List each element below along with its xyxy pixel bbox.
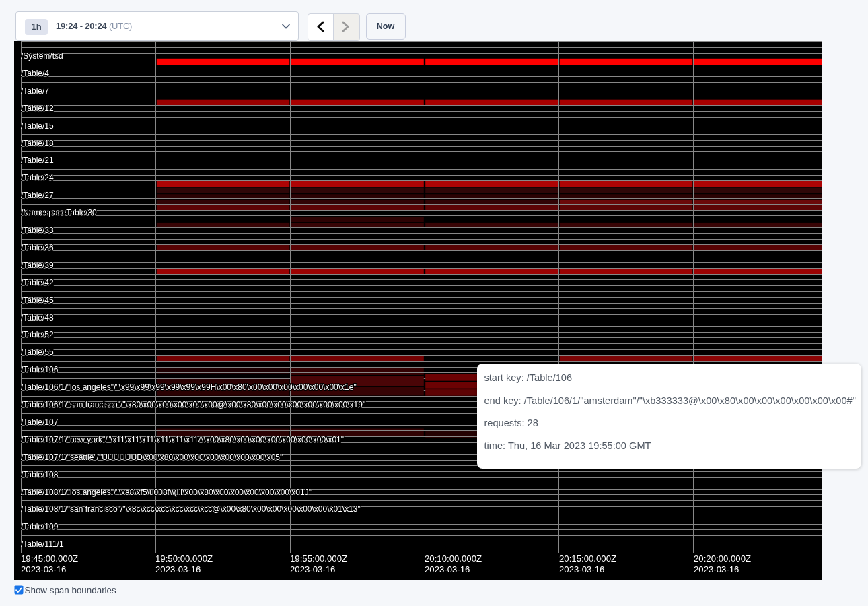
svg-text:/Table/109: /Table/109 xyxy=(21,522,59,531)
svg-text:19:55:00.000Z: 19:55:00.000Z xyxy=(290,553,347,564)
svg-text:/Table/111/1: /Table/111/1 xyxy=(21,539,64,549)
svg-text:/Table/55: /Table/55 xyxy=(21,347,54,357)
svg-text:/Table/107/1/"new york"/"\x11\: /Table/107/1/"new york"/"\x11\x11\x11\x1… xyxy=(21,435,344,444)
svg-text:/Table/36: /Table/36 xyxy=(21,243,54,252)
svg-text:2023-03-16: 2023-03-16 xyxy=(694,564,739,574)
svg-text:/Table/108/1/"los angeles"/"\x: /Table/108/1/"los angeles"/"\xa8\xf5\u00… xyxy=(21,487,312,497)
svg-text:2023-03-16: 2023-03-16 xyxy=(559,564,604,574)
svg-text:/Table/12: /Table/12 xyxy=(21,104,54,113)
svg-text:/Table/45: /Table/45 xyxy=(21,296,54,305)
svg-text:/Table/42: /Table/42 xyxy=(21,278,54,288)
svg-text:/Table/7: /Table/7 xyxy=(21,86,49,96)
svg-text:/Table/21: /Table/21 xyxy=(21,156,54,165)
svg-text:/NamespaceTable/30: /NamespaceTable/30 xyxy=(21,208,97,217)
svg-text:/Table/24: /Table/24 xyxy=(21,173,54,182)
svg-text:/Table/39: /Table/39 xyxy=(21,261,54,270)
svg-text:2023-03-16: 2023-03-16 xyxy=(425,564,470,574)
svg-text:/Table/106/1/"los angeles"/"\x: /Table/106/1/"los angeles"/"\x99\x99\x99… xyxy=(21,382,357,392)
svg-text:/Table/18: /Table/18 xyxy=(21,139,54,148)
svg-text:/Table/33: /Table/33 xyxy=(21,226,54,235)
svg-text:/Table/107/1/"seattle"/"UUUUUU: /Table/107/1/"seattle"/"UUUUUUD\x00\x80\… xyxy=(21,452,283,462)
svg-text:/Table/52: /Table/52 xyxy=(21,330,54,339)
svg-text:19:50:00.000Z: 19:50:00.000Z xyxy=(155,553,213,564)
svg-text:2023-03-16: 2023-03-16 xyxy=(21,564,66,574)
svg-text:/Table/107: /Table/107 xyxy=(21,417,59,427)
svg-text:19:45:00.000Z: 19:45:00.000Z xyxy=(21,553,78,564)
svg-text:/Table/108: /Table/108 xyxy=(21,470,59,479)
svg-text:20:15:00.000Z: 20:15:00.000Z xyxy=(559,553,616,564)
svg-text:/Table/4: /Table/4 xyxy=(21,69,49,78)
svg-text:2023-03-16: 2023-03-16 xyxy=(155,564,201,574)
svg-text:/Table/106/1/"san francisco"/": /Table/106/1/"san francisco"/"\x80\x00\x… xyxy=(21,400,365,409)
svg-text:20:10:00.000Z: 20:10:00.000Z xyxy=(425,553,482,564)
svg-text:/System/tsd: /System/tsd xyxy=(21,51,63,61)
svg-text:/Table/27: /Table/27 xyxy=(21,191,54,200)
svg-text:/Table/106: /Table/106 xyxy=(21,365,59,374)
svg-text:2023-03-16: 2023-03-16 xyxy=(290,564,335,574)
svg-text:/Table/15: /Table/15 xyxy=(21,121,54,131)
svg-text:20:20:00.000Z: 20:20:00.000Z xyxy=(694,553,751,564)
svg-text:/Table/108/1/"san francisco"/": /Table/108/1/"san francisco"/"\x8c\xcc\x… xyxy=(21,504,361,514)
svg-text:/Table/48: /Table/48 xyxy=(21,313,54,323)
